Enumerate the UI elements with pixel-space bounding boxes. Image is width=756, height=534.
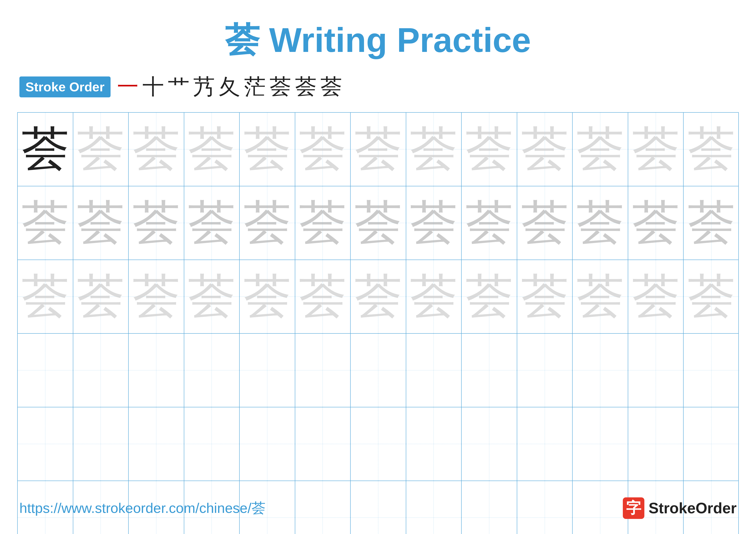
grid-cell[interactable]: 荟 (517, 186, 573, 260)
grid-cell[interactable]: 荟 (406, 186, 462, 260)
footer: https://www.strokeorder.com/chinese/荟 字 … (19, 497, 737, 519)
char-guide: 荟 (188, 273, 235, 320)
grid-cell[interactable]: 荟 (573, 260, 628, 333)
grid-cell[interactable] (573, 334, 628, 407)
title-char: 荟 (225, 21, 259, 59)
grid-cell[interactable] (240, 407, 295, 481)
grid-row-2: 荟 荟 荟 荟 荟 荟 荟 荟 荟 荟 荟 荟 (18, 186, 738, 260)
grid-cell[interactable]: 荟 (73, 186, 129, 260)
grid-cell[interactable] (462, 334, 517, 407)
grid-cell[interactable]: 荟 (184, 113, 240, 186)
grid-cell[interactable]: 荟 (18, 260, 73, 333)
grid-cell[interactable] (129, 407, 184, 481)
brand-icon: 字 (623, 497, 644, 519)
grid-cell[interactable]: 荟 (295, 113, 351, 186)
footer-url: https://www.strokeorder.com/chinese/荟 (19, 499, 265, 518)
grid-cell[interactable] (628, 407, 684, 481)
grid-cell[interactable] (406, 407, 462, 481)
grid-cell[interactable] (18, 334, 73, 407)
grid-cell[interactable]: 荟 (684, 186, 739, 260)
grid-cell[interactable]: 荟 (351, 186, 406, 260)
brand-text: StrokeOrder (649, 499, 737, 517)
grid-cell[interactable] (73, 334, 129, 407)
grid-cell[interactable]: 荟 (462, 113, 517, 186)
grid-cell[interactable] (351, 407, 406, 481)
char-guide: 荟 (688, 199, 735, 247)
stroke-6: 茫 (244, 72, 266, 101)
grid-cell[interactable]: 荟 (517, 113, 573, 186)
char-guide: 荟 (688, 273, 735, 320)
grid-cell[interactable] (684, 334, 739, 407)
grid-cell[interactable]: 荟 (684, 260, 739, 333)
char-guide: 荟 (77, 199, 124, 247)
grid-cell[interactable]: 荟 (18, 113, 73, 186)
char-guide: 荟 (632, 126, 680, 173)
grid-cell[interactable]: 荟 (628, 186, 684, 260)
grid-cell[interactable]: 荟 (406, 113, 462, 186)
char-guide: 荟 (355, 126, 402, 173)
grid-cell[interactable]: 荟 (573, 186, 628, 260)
grid-cell[interactable]: 荟 (351, 113, 406, 186)
grid-cell[interactable] (184, 334, 240, 407)
grid-cell[interactable] (684, 407, 739, 481)
grid-cell[interactable]: 荟 (240, 186, 295, 260)
stroke-order-badge: Stroke Order (19, 76, 111, 97)
grid-cell[interactable]: 荟 (184, 186, 240, 260)
grid-cell[interactable]: 荟 (517, 260, 573, 333)
grid-cell[interactable] (184, 407, 240, 481)
grid-cell[interactable]: 荟 (462, 260, 517, 333)
grid-cell[interactable] (295, 407, 351, 481)
grid-cell[interactable] (517, 334, 573, 407)
grid-cell[interactable]: 荟 (351, 260, 406, 333)
char-guide: 荟 (410, 273, 457, 320)
char-guide: 荟 (299, 273, 346, 320)
stroke-sequence: 一 十 艹 艿 夂 茫 荟 荟 荟 (117, 72, 342, 101)
char-guide: 荟 (244, 273, 291, 320)
grid-cell[interactable] (129, 334, 184, 407)
grid-cell[interactable]: 荟 (73, 260, 129, 333)
grid-cell[interactable]: 荟 (295, 260, 351, 333)
footer-brand: 字 StrokeOrder (623, 497, 737, 519)
char-guide: 荟 (521, 126, 569, 173)
grid-row-4 (18, 334, 738, 407)
grid-cell[interactable] (351, 334, 406, 407)
char-guide: 荟 (577, 199, 624, 247)
grid-cell[interactable] (517, 407, 573, 481)
grid-cell[interactable]: 荟 (184, 260, 240, 333)
char-guide: 荟 (521, 273, 569, 320)
grid-cell[interactable] (406, 334, 462, 407)
grid-cell[interactable]: 荟 (628, 113, 684, 186)
grid-cell[interactable]: 荟 (462, 186, 517, 260)
char-guide: 荟 (244, 126, 291, 173)
grid-cell[interactable] (240, 334, 295, 407)
stroke-3: 艹 (168, 72, 189, 101)
grid-cell[interactable] (462, 407, 517, 481)
grid-cell[interactable]: 荟 (295, 186, 351, 260)
grid-cell[interactable]: 荟 (573, 113, 628, 186)
char-guide: 荟 (355, 199, 402, 247)
char-guide: 荟 (21, 199, 69, 247)
grid-cell[interactable] (295, 334, 351, 407)
grid-cell[interactable]: 荟 (129, 113, 184, 186)
grid-cell[interactable]: 荟 (18, 186, 73, 260)
char-guide: 荟 (577, 273, 624, 320)
grid-cell[interactable] (573, 407, 628, 481)
grid-cell[interactable]: 荟 (406, 260, 462, 333)
char-guide: 荟 (355, 273, 402, 320)
grid-cell[interactable] (18, 407, 73, 481)
grid-cell[interactable]: 荟 (129, 260, 184, 333)
grid-cell[interactable]: 荟 (240, 113, 295, 186)
grid-cell[interactable]: 荟 (684, 113, 739, 186)
char-guide: 荟 (21, 273, 69, 320)
stroke-2: 十 (143, 72, 164, 101)
grid-cell[interactable] (73, 407, 129, 481)
grid-cell[interactable]: 荟 (628, 260, 684, 333)
char-guide: 荟 (133, 126, 180, 173)
char-guide: 荟 (77, 126, 124, 173)
char-guide: 荟 (77, 273, 124, 320)
grid-cell[interactable]: 荟 (73, 113, 129, 186)
char-guide: 荟 (632, 199, 680, 247)
grid-cell[interactable]: 荟 (129, 186, 184, 260)
grid-cell[interactable]: 荟 (240, 260, 295, 333)
grid-cell[interactable] (628, 334, 684, 407)
